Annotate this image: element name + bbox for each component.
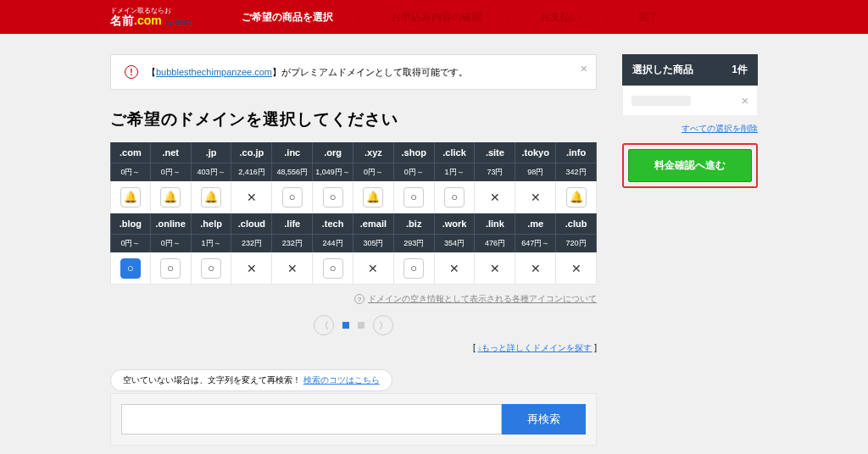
unavailable-icon: ✕ [368, 262, 378, 275]
tld-status-cell[interactable]: 🔔 [192, 181, 232, 213]
bell-icon[interactable]: 🔔 [363, 187, 383, 208]
select-circle-icon[interactable]: ○ [403, 187, 424, 208]
tld-status-cell[interactable]: ○ [110, 252, 151, 285]
tld-price: 342円 [556, 163, 597, 181]
tld-name: .blog [110, 213, 151, 234]
cart-item: × [622, 86, 758, 116]
notice-domain-link[interactable]: bubblesthechimpanzee.com [156, 67, 272, 77]
proceed-highlight: 料金確認へ進む [622, 143, 758, 188]
tld-status-cell[interactable]: ✕ [475, 181, 515, 213]
bell-icon[interactable]: 🔔 [566, 187, 587, 208]
pager-dot-1[interactable] [342, 322, 349, 329]
search-tip-link[interactable]: 検索のコツはこちら [303, 375, 380, 385]
step-sep: 〉 [506, 10, 516, 25]
tld-name: .life [272, 213, 313, 234]
tld-status-cell[interactable]: ✕ [272, 252, 313, 285]
tld-price: 1円～ [435, 163, 476, 181]
tld-name: .net [151, 142, 192, 163]
step-2: お申込み内容の確認 [391, 10, 482, 25]
domain-search-input[interactable] [121, 404, 502, 435]
tld-status-cell[interactable]: ✕ [556, 252, 597, 285]
tld-name: .cloud [231, 213, 272, 234]
step-1: ご希望の商品を選択 [242, 10, 333, 25]
bell-icon[interactable]: 🔔 [201, 187, 221, 208]
pager-prev-icon[interactable]: 〈 [314, 315, 334, 335]
more-domains-link[interactable]: ↓もっと詳しくドメインを探す [477, 343, 592, 352]
tld-price-row: 0円～0円～403円～2,416円48,556円1,049円～0円～0円～1円～… [110, 163, 597, 181]
tld-name: .inc [272, 142, 313, 163]
tld-name: .info [556, 142, 597, 163]
tld-price: 48,556円 [272, 163, 313, 181]
tld-status-cell[interactable]: ○ [313, 181, 353, 213]
step-4: 完了 [638, 10, 659, 25]
tld-price: 232円 [231, 234, 272, 252]
tld-table: .com.net.jp.co.jp.inc.org.xyz.shop.click… [110, 142, 597, 285]
tld-status-cell[interactable]: ✕ [475, 252, 515, 285]
select-circle-icon[interactable]: ○ [323, 258, 343, 279]
step-3: お支払い [540, 10, 581, 25]
tld-name: .co.jp [231, 142, 272, 163]
tld-status-cell[interactable]: ✕ [231, 252, 272, 285]
select-circle-icon[interactable]: ○ [282, 187, 303, 208]
tld-status-cell[interactable]: ○ [192, 252, 232, 285]
tld-status-cell[interactable]: ○ [394, 252, 435, 285]
tld-name: .help [192, 213, 232, 234]
tld-status-cell[interactable]: ✕ [515, 181, 556, 213]
tld-status-cell[interactable]: 🔔 [556, 181, 597, 213]
tld-price: 1,049円～ [313, 163, 353, 181]
unavailable-icon: ✕ [531, 191, 541, 204]
icon-legend-link[interactable]: ドメインの空き情報として表示される各種アイコンについて [368, 294, 597, 303]
select-circle-icon[interactable]: ○ [403, 258, 424, 279]
page-heading: ご希望のドメインを選択してください [110, 108, 597, 130]
tld-name: .tech [313, 213, 353, 234]
help-icon: ? [354, 294, 364, 304]
search-button[interactable]: 再検索 [502, 404, 586, 435]
tld-price: 647円～ [515, 234, 556, 252]
bell-icon[interactable]: 🔔 [120, 187, 141, 208]
select-circle-icon[interactable]: ○ [444, 187, 465, 208]
pager-next-icon[interactable]: 〉 [373, 315, 393, 335]
tld-price: 2,416円 [231, 163, 272, 181]
notice-close-icon[interactable]: × [581, 62, 587, 75]
cart-item-remove-icon[interactable]: × [742, 94, 748, 108]
tld-price: 98円 [515, 163, 556, 181]
tld-status-cell[interactable]: ○ [435, 181, 476, 213]
pager-dot-2[interactable] [358, 322, 364, 329]
cart-title: 選択した商品 [632, 63, 693, 77]
unavailable-icon: ✕ [247, 262, 257, 275]
tld-price: 0円～ [151, 234, 192, 252]
select-circle-icon[interactable]: ○ [323, 187, 343, 208]
tld-status-cell[interactable]: ○ [394, 181, 435, 213]
more-domains-row: [ ↓もっと詳しくドメインを探す ] [110, 342, 597, 354]
cart-header: 選択した商品 1件 [622, 54, 758, 86]
tld-price: 403円～ [192, 163, 232, 181]
logo-main: 名前.com by GMO [110, 14, 191, 26]
tld-status-cell[interactable]: ○ [151, 252, 192, 285]
tld-status-cell[interactable]: 🔔 [151, 181, 192, 213]
tld-status-cell[interactable]: ○ [313, 252, 353, 285]
step-sep: 〉 [357, 10, 367, 25]
premium-notice: ! 【bubblesthechimpanzee.com】がプレミアムドメインとし… [110, 54, 597, 90]
cart-count: 1件 [732, 63, 748, 77]
tld-status-cell[interactable]: 🔔 [353, 181, 394, 213]
bell-icon[interactable]: 🔔 [160, 187, 181, 208]
tld-price: 0円～ [110, 234, 151, 252]
select-circle-icon[interactable]: ○ [160, 258, 181, 279]
proceed-button[interactable]: 料金確認へ進む [628, 149, 752, 182]
tld-status-cell[interactable]: ✕ [515, 252, 556, 285]
select-circle-icon[interactable]: ○ [201, 258, 221, 279]
tld-pager: 〈 〉 [110, 315, 597, 335]
select-circle-icon[interactable]: ○ [120, 258, 141, 279]
tld-status-cell[interactable]: ✕ [231, 181, 272, 213]
step-sep: 〉 [604, 10, 615, 25]
tld-status-cell[interactable]: ✕ [435, 252, 476, 285]
tld-price: 293円 [394, 234, 435, 252]
tld-price: 0円～ [151, 163, 192, 181]
cart-clear-link[interactable]: すべての選択を削除 [682, 124, 758, 133]
site-logo[interactable]: ドメイン取るならお 名前.com by GMO [110, 8, 191, 26]
tld-status-cell[interactable]: 🔔 [110, 181, 151, 213]
notice-text: 【bubblesthechimpanzee.com】がプレミアムドメインとして取… [147, 66, 468, 79]
tld-name: .email [353, 213, 394, 234]
tld-status-cell[interactable]: ✕ [353, 252, 394, 285]
tld-status-cell[interactable]: ○ [272, 181, 313, 213]
